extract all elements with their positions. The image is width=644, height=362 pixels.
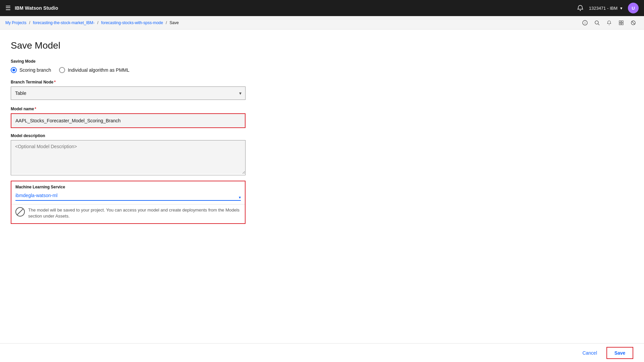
page-title: Save Model — [11, 40, 633, 51]
svg-line-4 — [598, 24, 599, 25]
branch-terminal-dropdown-wrapper: Table ▾ — [11, 86, 246, 100]
grid-icon[interactable] — [616, 17, 627, 28]
model-name-input-wrapper — [11, 113, 246, 128]
account-menu[interactable]: 1323471 - IBM ▾ — [589, 6, 623, 11]
model-description-wrapper — [11, 140, 246, 175]
hamburger-menu-icon[interactable]: ☰ — [5, 4, 11, 12]
branch-terminal-field: Branch Terminal Node* Table ▾ — [11, 80, 246, 100]
branch-terminal-label: Branch Terminal Node* — [11, 80, 246, 84]
footer: Cancel Save — [0, 343, 644, 362]
main-content: Save Model Saving Mode Scoring branch In… — [0, 29, 644, 343]
breadcrumb-action-bar: i — [580, 17, 639, 28]
model-name-label: Model name* — [11, 107, 246, 111]
model-description-input[interactable] — [11, 140, 245, 174]
radio-individual-label: Individual algorithm as PMML — [68, 67, 129, 73]
model-name-field: Model name* — [11, 107, 246, 128]
radio-individual-pmml[interactable]: Individual algorithm as PMML — [59, 67, 129, 73]
model-name-input[interactable] — [11, 114, 245, 127]
ml-service-select-wrapper: ibmdegla-watson-ml ▾ — [11, 191, 245, 204]
breadcrumb-sep-2: / — [97, 20, 98, 25]
svg-rect-8 — [622, 21, 623, 22]
cancel-button[interactable]: Cancel — [577, 348, 602, 358]
app-brand: IBM Watson Studio — [15, 5, 58, 11]
radio-scoring-circle — [11, 67, 17, 73]
ml-service-box: Machine Learning Service ibmdegla-watson… — [11, 181, 246, 224]
breadcrumb-sep-1: / — [29, 20, 30, 25]
ml-service-label: Machine Learning Service — [11, 181, 245, 191]
no-entry-icon — [15, 207, 25, 217]
svg-point-6 — [609, 24, 609, 25]
info-icon[interactable]: i — [580, 17, 590, 28]
saving-mode-label: Saving Mode — [11, 59, 633, 64]
svg-rect-7 — [619, 21, 621, 22]
svg-point-0 — [580, 10, 581, 11]
notification-icon[interactable] — [604, 17, 614, 28]
ml-info-text: The model will be saved to your project.… — [28, 207, 241, 219]
account-chevron: ▾ — [620, 6, 623, 11]
breadcrumb: My Projects / forecasting-the-stock-mark… — [0, 16, 644, 29]
ml-service-select[interactable]: ibmdegla-watson-ml — [15, 191, 241, 201]
user-avatar[interactable]: U — [628, 3, 639, 13]
saving-mode-options: Scoring branch Individual algorithm as P… — [11, 67, 633, 73]
block-icon[interactable] — [628, 17, 639, 28]
search-icon[interactable] — [592, 17, 602, 28]
model-description-field: Model description — [11, 133, 246, 175]
bell-icon[interactable] — [577, 5, 584, 11]
branch-terminal-dropdown[interactable]: Table — [11, 86, 246, 100]
radio-scoring-label: Scoring branch — [19, 67, 51, 73]
account-label: 1323471 - IBM — [589, 6, 618, 11]
svg-rect-10 — [622, 23, 623, 25]
save-button[interactable]: Save — [606, 347, 633, 359]
topnav-actions: 1323471 - IBM ▾ U — [577, 3, 639, 13]
model-description-label: Model description — [11, 133, 246, 138]
svg-rect-9 — [619, 23, 621, 25]
breadcrumb-save: Save — [170, 20, 179, 25]
svg-text:i: i — [585, 21, 585, 25]
svg-line-12 — [632, 21, 635, 24]
breadcrumb-my-projects[interactable]: My Projects — [5, 20, 26, 25]
breadcrumb-sep-3: / — [166, 20, 167, 25]
breadcrumb-flow[interactable]: forecasting-stocks-with-spss-mode — [101, 20, 163, 25]
radio-individual-circle — [59, 67, 65, 73]
breadcrumb-project[interactable]: forecasting-the-stock-market_IBM- — [33, 20, 95, 25]
top-navigation: ☰ IBM Watson Studio 1323471 - IBM ▾ U — [0, 0, 644, 16]
radio-scoring-branch[interactable]: Scoring branch — [11, 67, 51, 73]
ml-service-info: The model will be saved to your project.… — [11, 204, 245, 223]
svg-point-3 — [595, 21, 598, 24]
